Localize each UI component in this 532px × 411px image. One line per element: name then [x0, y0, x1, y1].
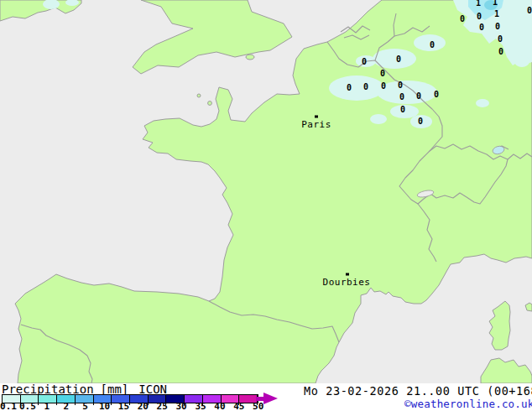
- scale-tick-label-2: 2: [63, 402, 69, 411]
- precip-blob: [476, 99, 489, 107]
- scale-tick: [56, 394, 57, 405]
- precip-blob: [329, 75, 384, 101]
- scale-tick-label-25: 25: [157, 402, 168, 411]
- copyright-link[interactable]: ©weatheronline.co.uk: [404, 398, 532, 410]
- precip-blob: [410, 115, 432, 128]
- weather-map-screen: 11000100000000000000000ParisDourbies Pre…: [0, 0, 532, 411]
- precip-blob: [414, 34, 446, 51]
- scale-tick-label-35: 35: [195, 402, 206, 411]
- scale-tick: [129, 394, 130, 405]
- scale-tick-label-45: 45: [233, 402, 244, 411]
- precip-blob: [390, 105, 419, 118]
- precipitation-map: 11000100000000000000000ParisDourbies: [0, 0, 532, 383]
- scale-tick-label-0.1: 0.1: [0, 402, 17, 411]
- scale-tick-label-1: 1: [44, 402, 50, 411]
- precip-blob: [370, 114, 387, 124]
- isle-of-wight: [246, 55, 254, 60]
- legend-bar: Precipitation[mm]ICON 0.10.5125101520253…: [0, 383, 532, 411]
- precip-blob: [356, 55, 376, 67]
- scale-tick-label-5: 5: [82, 402, 88, 411]
- precip-blob: [514, 55, 529, 67]
- scale-tick-label-40: 40: [214, 402, 225, 411]
- scale-tick: [111, 394, 112, 405]
- scale-tick-label-50: 50: [253, 402, 263, 411]
- scale-tick-label-20: 20: [138, 402, 149, 411]
- channel-island-1: [197, 94, 201, 97]
- precip-blob: [377, 81, 437, 104]
- forecast-timestamp: Mo 23-02-2026 21..00 UTC (00+168: [304, 384, 532, 398]
- precip-area-dark-spot: [484, 0, 498, 10]
- channel-island-2: [208, 101, 212, 106]
- precip-blob: [373, 49, 416, 69]
- scale-tick-label-10: 10: [99, 402, 110, 411]
- map-svg: [0, 0, 532, 383]
- scale-tick-label-15: 15: [118, 402, 129, 411]
- scale-tick: [38, 394, 39, 405]
- scale-tick-label-0.5: 0.5: [19, 402, 36, 411]
- scale-tick-label-30: 30: [175, 402, 186, 411]
- scale-tick: [93, 394, 94, 405]
- scale-overflow-arrow-icon: [263, 393, 278, 404]
- scale-tick: [75, 394, 76, 405]
